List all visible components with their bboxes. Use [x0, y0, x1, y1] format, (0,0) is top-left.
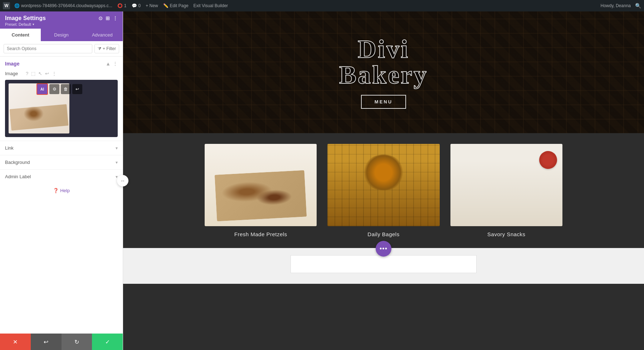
image-preview-container: AI ⚙ 🗑 ↩ — [5, 80, 118, 137]
products-grid: Fresh Made Pretzels Daily Bagels Savory … — [205, 144, 562, 237]
settings-more-icon[interactable]: ⋮ — [113, 15, 118, 21]
image-view-icon[interactable]: ⬚ — [31, 71, 35, 76]
background-section: Background ▾ — [0, 155, 123, 169]
link-section-header[interactable]: Link ▾ — [0, 141, 123, 155]
product-name-snacks: Savory Snacks — [487, 231, 526, 237]
image-undo-icon[interactable]: ↩ — [45, 71, 49, 76]
image-help-icon[interactable]: ? — [26, 71, 28, 76]
search-input[interactable] — [4, 44, 92, 53]
help-link[interactable]: ❓ Help — [0, 184, 123, 198]
globe-icon: 🌐 — [14, 3, 20, 8]
image-more-icon[interactable]: ⋮ — [52, 71, 57, 76]
admin-label-section-header[interactable]: Admin Label ▾ — [0, 170, 123, 184]
cancel-icon: ✕ — [13, 339, 18, 345]
settings-focus-icon[interactable]: ⊙ — [98, 15, 103, 21]
admin-label-section-label: Admin Label — [5, 174, 116, 179]
admin-bar-new[interactable]: + New — [146, 3, 158, 8]
link-section-label: Link — [5, 145, 116, 151]
admin-bar-site-url[interactable]: 🌐 wordpress-784896-3766464.cloudwaysapps… — [14, 3, 112, 8]
products-section: Fresh Made Pretzels Daily Bagels Savory … — [123, 133, 644, 248]
admin-bar-items: 🌐 wordpress-784896-3766464.cloudwaysapps… — [14, 3, 596, 8]
settings-preset-text: Preset: Default — [5, 22, 31, 26]
settings-header: Image Settings ⊙ ⊞ ⋮ Preset: Default ▾ — [0, 11, 123, 29]
image-overlay-toolbar: AI ⚙ 🗑 ↩ — [36, 83, 82, 95]
settings-content: Image ▲ ⋮ Image ? ⬚ ↖ ↩ ⋮ — [0, 57, 123, 334]
search-bar: ⧩ + Filter — [0, 41, 123, 57]
product-image-bagels — [327, 144, 439, 226]
tab-design[interactable]: Design — [41, 29, 82, 41]
dot-menu-button[interactable]: ••• — [376, 241, 391, 257]
image-reset-icon[interactable]: ↩ — [72, 84, 82, 94]
pretzel-decoration — [19, 101, 55, 126]
product-image-pretzels — [205, 144, 317, 226]
cancel-button[interactable]: ✕ — [0, 334, 31, 350]
wp-admin-bar: W 🌐 wordpress-784896-3766464.cloudwaysap… — [0, 0, 644, 11]
bottom-toolbar: ✕ ↩ ↻ ✓ — [0, 334, 123, 350]
product-name-pretzels: Fresh Made Pretzels — [234, 231, 287, 237]
product-image-snacks — [450, 144, 562, 226]
bakery-title-line2: Bakery — [339, 62, 428, 88]
redo-button[interactable]: ↻ — [62, 334, 92, 350]
undo-icon: ↩ — [44, 339, 48, 345]
image-section-title: Image — [5, 61, 103, 67]
help-circle-icon: ❓ — [53, 188, 59, 193]
settings-layout-icon[interactable]: ⊞ — [106, 15, 110, 21]
settings-tabs: Content Design Advanced — [0, 29, 123, 41]
ai-generate-button[interactable]: AI — [36, 83, 48, 95]
admin-bar-circle[interactable]: ⭕ 1 — [117, 3, 127, 8]
link-collapse-icon: ▾ — [116, 146, 118, 151]
tab-advanced[interactable]: Advanced — [82, 29, 123, 41]
image-section-menu-icon[interactable]: ⋮ — [113, 61, 118, 67]
bakery-title-line1: Divi — [339, 36, 428, 62]
save-button[interactable]: ✓ — [92, 334, 123, 350]
admin-bar-exit-builder[interactable]: Exit Visual Builder — [194, 3, 228, 8]
image-cursor-icon[interactable]: ↖ — [38, 71, 42, 76]
image-field-row: Image ? ⬚ ↖ ↩ ⋮ — [0, 69, 123, 78]
settings-header-icons: ⊙ ⊞ ⋮ — [98, 15, 118, 21]
admin-bar-edit-page[interactable]: ✏️ Edit Page — [163, 3, 189, 8]
filter-button[interactable]: ⧩ + Filter — [94, 44, 119, 53]
save-icon: ✓ — [105, 339, 110, 345]
admin-bar-comments[interactable]: 💬 0 — [132, 3, 141, 8]
image-delete-icon[interactable]: 🗑 — [61, 84, 71, 94]
product-card-pretzels: Fresh Made Pretzels — [205, 144, 317, 237]
product-card-snacks: Savory Snacks — [450, 144, 562, 237]
settings-title-text: Image Settings — [5, 15, 46, 21]
admin-bar-howdy: Howdy, Deanna — [601, 3, 631, 8]
settings-title-bar: Image Settings ⊙ ⊞ ⋮ — [5, 15, 118, 21]
admin-search-icon[interactable]: 🔍 — [635, 3, 641, 9]
panel-drag-handle[interactable]: ↔ — [117, 175, 128, 186]
main-layout: Image Settings ⊙ ⊞ ⋮ Preset: Default ▾ C… — [0, 11, 644, 350]
help-label-text: Help — [60, 188, 70, 193]
bakery-title: Divi Bakery — [339, 36, 428, 88]
tab-content[interactable]: Content — [0, 29, 41, 41]
product-card-bagels: Daily Bagels — [327, 144, 439, 237]
background-collapse-icon: ▾ — [116, 160, 118, 165]
admin-label-section: Admin Label ▾ — [0, 169, 123, 184]
undo-button[interactable]: ↩ — [31, 334, 62, 350]
preset-chevron-icon: ▾ — [33, 23, 34, 26]
lower-card: ••• — [291, 255, 477, 273]
image-field-label: Image — [5, 71, 23, 76]
website-preview: Divi Bakery MENU Fresh Made Pretzels Dai… — [123, 11, 644, 350]
settings-panel: Image Settings ⊙ ⊞ ⋮ Preset: Default ▾ C… — [0, 11, 123, 350]
background-section-label: Background — [5, 160, 116, 165]
menu-button[interactable]: MENU — [361, 95, 406, 109]
bakery-hero: Divi Bakery MENU — [123, 11, 644, 133]
image-section-header: Image ▲ ⋮ — [0, 57, 123, 69]
lower-section: ••• — [123, 248, 644, 284]
wp-logo-icon[interactable]: W — [3, 2, 10, 9]
admin-bar-right: Howdy, Deanna 🔍 — [601, 3, 641, 9]
background-section-header[interactable]: Background ▾ — [0, 155, 123, 169]
filter-icon: ⧩ — [98, 46, 101, 51]
redo-icon: ↻ — [74, 339, 79, 345]
product-name-bagels: Daily Bagels — [367, 231, 399, 237]
link-section: Link ▾ — [0, 141, 123, 155]
settings-preset[interactable]: Preset: Default ▾ — [5, 22, 118, 26]
image-section-collapse-icon[interactable]: ▲ — [106, 61, 111, 67]
image-settings-icon[interactable]: ⚙ — [49, 84, 59, 94]
